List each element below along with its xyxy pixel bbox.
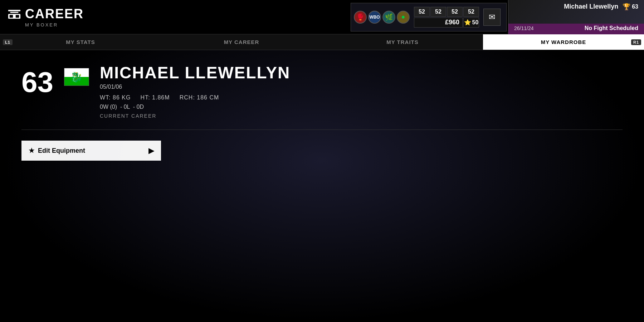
svg-rect-0 [8,10,20,11]
hud-area: 🥊 WBO 🌿 ● 52 52 52 52 £960 ⭐ 50 [100,0,644,34]
stat-box-2: 52 [430,7,446,17]
org-icon-2: WBO [368,11,381,24]
svg-rect-4 [16,15,19,18]
tab-my-stats[interactable]: L1 My Stats [0,34,161,50]
star-icon: ★ [29,147,34,155]
tab-my-stats-label: My Stats [66,39,95,45]
l1-button: L1 [3,39,13,45]
boxer-record: 0W (0) - 0L - 0D [100,104,623,110]
edit-equipment-button[interactable]: ★ Edit Equipment ▶ [21,141,161,161]
stats-panel: 🥊 WBO 🌿 ● 52 52 52 52 £960 ⭐ 50 [351,3,507,31]
weight-label: WT: [100,94,113,101]
org-icon-1: 🥊 [354,11,367,24]
stat-box-1: 52 [414,7,430,17]
org-icon-3: 🌿 [382,11,395,24]
logo-title: CAREER [7,6,93,21]
player-name: Michael Llewellyn [564,3,618,10]
boxer-height: 1.86M [152,94,170,101]
boxer-reach: 186 CM [197,94,219,101]
profile-divider [21,130,623,130]
boxer-career-label: CURRENT CAREER [100,113,623,119]
stat-box-3: 52 [447,7,463,17]
tab-my-career-label: My Career [224,39,259,45]
player-top: Michael Llewellyn 🏆 63 [508,0,644,12]
draws: 0 [137,104,140,110]
boxer-profile: 63 🐉 MICHAEL LLEWELLYN 05/01/06 WT: 86 K… [21,64,623,119]
welsh-flag: 🐉 [64,68,89,86]
mail-icon: ✉ [489,13,495,22]
mail-button[interactable]: ✉ [483,9,501,26]
player-rating-badge: 🏆 63 [623,3,638,11]
fight-status: No Fight Scheduled [585,25,638,31]
arrow-icon: ▶ [148,146,154,155]
boxer-flag: 🐉 [64,68,89,86]
special-stat-box: ⭐ 50 [463,18,479,28]
wins: 0 [100,104,103,110]
stats-grid: 52 52 52 52 £960 ⭐ 50 [414,7,479,28]
player-bottom: 26/11/24 No Fight Scheduled [508,24,644,34]
losses: 0 [124,104,127,110]
svg-rect-1 [10,12,19,13]
boxer-info: MICHAEL LLEWELLYN 05/01/06 WT: 86 KG HT:… [100,64,623,119]
money-box: £960 [414,18,463,28]
boxer-name: MICHAEL LLEWELLYN [100,64,623,81]
main-content: 63 🐉 MICHAEL LLEWELLYN 05/01/06 WT: 86 K… [0,50,644,175]
career-logo-icon [7,7,21,21]
rating-icon: 🏆 [623,3,630,11]
dragon-icon: 🐉 [70,71,83,83]
nav-tabs: L1 My Stats My Career My Traits My Wardr… [0,34,644,50]
top-bar: CAREER MY BOXER 🥊 WBO 🌿 ● 52 52 52 [0,0,644,34]
boxer-weight: 86 KG [113,94,131,101]
player-panel: Michael Llewellyn 🏆 63 26/11/24 No Fight… [508,0,644,34]
stat-box-4: 52 [463,7,479,17]
edit-equipment-label-group: ★ Edit Equipment [29,147,85,155]
boxer-rating: 63 [21,68,53,97]
svg-rect-3 [10,15,13,18]
player-rating: 63 [632,4,638,10]
boxer-dob: 05/01/06 [100,84,623,90]
tab-my-traits-label: My Traits [386,39,419,45]
org-icons: 🥊 WBO 🌿 ● [354,11,410,24]
reach-label: RCH: [180,94,197,101]
r1-button: R1 [631,39,641,45]
height-label: HT: [141,94,152,101]
tab-my-traits[interactable]: My Traits [322,34,483,50]
tab-my-wardrobe[interactable]: My Wardrobe R1 [483,34,644,50]
logo-section: CAREER MY BOXER [0,0,100,34]
edit-equipment-text: Edit Equipment [38,147,85,155]
tab-my-career[interactable]: My Career [161,34,322,50]
win-details: (0) [110,104,117,110]
tab-my-wardrobe-label: My Wardrobe [541,39,586,45]
boxer-stats-row: WT: 86 KG HT: 1.86M RCH: 186 CM [100,94,623,101]
career-title: CAREER [25,6,84,21]
my-boxer-subtitle: MY BOXER [7,22,93,28]
fight-date: 26/11/24 [514,25,534,31]
org-icon-4: ● [397,11,410,24]
